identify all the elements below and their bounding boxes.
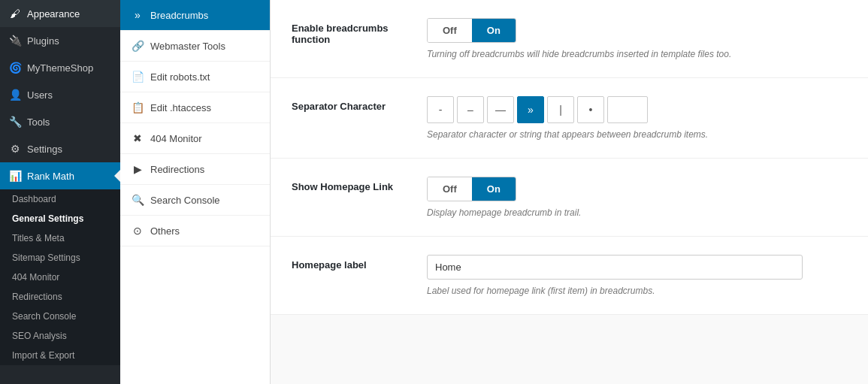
show-homepage-link-label: Show Homepage Link (292, 177, 412, 192)
active-arrow (114, 170, 120, 182)
breadcrumbs-function-on[interactable]: On (472, 19, 516, 42)
show-homepage-link-on[interactable]: On (472, 177, 516, 201)
sep-custom[interactable] (607, 96, 648, 123)
show-homepage-link-off[interactable]: Off (428, 177, 472, 201)
breadcrumbs-function-off[interactable]: Off (428, 19, 472, 42)
middle-panel-404-monitor[interactable]: ✖ 404 Monitor (120, 123, 270, 154)
submenu-import-export[interactable]: Import & Export (0, 346, 120, 365)
middle-panel-label: Others (150, 225, 180, 237)
separator-character-row: Separator Character - – — » | • Separato… (271, 78, 868, 159)
sep-pipe[interactable]: | (547, 96, 574, 123)
show-homepage-link-help: Display homepage breadcrumb in trail. (427, 207, 847, 218)
breadcrumbs-function-row: Enable breadcrumbs function Off On Turni… (271, 0, 868, 78)
edit-htaccess-icon: 📋 (131, 101, 144, 113)
sidebar-item-mythemeshop[interactable]: 🌀 MyThemeShop (0, 54, 120, 81)
submenu-search-console[interactable]: Search Console (0, 307, 120, 326)
middle-panel: » Breadcrumbs 🔗 Webmaster Tools 📄 Edit r… (120, 0, 271, 384)
show-homepage-link-row: Show Homepage Link Off On Display homepa… (271, 159, 868, 237)
middle-panel-label: Edit .htaccess (150, 102, 211, 113)
breadcrumbs-function-toggle: Off On (427, 18, 516, 43)
middle-panel-breadcrumbs[interactable]: » Breadcrumbs (120, 0, 270, 31)
middle-panel-webmaster-tools[interactable]: 🔗 Webmaster Tools (120, 31, 270, 62)
submenu-titles-meta[interactable]: Titles & Meta (0, 228, 120, 248)
sidebar-item-label: Plugins (27, 35, 59, 47)
middle-panel-label: Redirections (150, 164, 204, 175)
rankmath-icon: 📊 (9, 170, 21, 182)
sidebar-item-label: Appearance (27, 8, 80, 20)
middle-panel-label: Edit robots.txt (150, 71, 210, 83)
settings-section-breadcrumbs: Enable breadcrumbs function Off On Turni… (271, 0, 868, 315)
separator-character-label: Separator Character (292, 96, 412, 112)
breadcrumbs-function-help: Turning off breadcrumbs will hide breadc… (427, 49, 847, 59)
middle-panel-label: Search Console (150, 195, 220, 206)
show-homepage-link-control: Off On Display homepage breadcrumb in tr… (427, 177, 847, 218)
sidebar-item-label: Settings (27, 144, 62, 155)
middle-panel-others[interactable]: ⊙ Others (120, 216, 270, 246)
separator-group: - – — » | • (427, 96, 847, 123)
middle-panel-edit-htaccess[interactable]: 📋 Edit .htaccess (120, 92, 270, 123)
sidebar: 🖌 Appearance 🔌 Plugins 🌀 MyThemeShop 👤 U… (0, 0, 120, 384)
plugins-icon: 🔌 (9, 35, 21, 47)
separator-character-control: - – — » | • Separator character or strin… (427, 96, 847, 140)
users-icon: 👤 (9, 89, 21, 101)
separator-character-help: Separator character or string that appea… (427, 129, 847, 140)
middle-panel-edit-robots[interactable]: 📄 Edit robots.txt (120, 62, 270, 92)
redirections-icon: ▶ (131, 163, 144, 175)
webmaster-tools-icon: 🔗 (131, 40, 144, 52)
sidebar-item-users[interactable]: 👤 Users (0, 81, 120, 108)
search-console-icon: 🔍 (131, 194, 144, 206)
middle-panel-redirections[interactable]: ▶ Redirections (120, 154, 270, 185)
homepage-label-control: Label used for homepage link (first item… (427, 255, 847, 296)
sidebar-item-label: MyThemeShop (27, 62, 93, 74)
settings-icon: ⚙ (9, 143, 21, 155)
submenu-404-monitor[interactable]: 404 Monitor (0, 268, 120, 287)
sep-hyphen[interactable]: - (427, 96, 454, 123)
sidebar-item-appearance[interactable]: 🖌 Appearance (0, 0, 120, 27)
appearance-icon: 🖌 (9, 8, 21, 20)
sidebar-item-rankmath[interactable]: 📊 Rank Math (0, 162, 120, 189)
show-homepage-link-toggle: Off On (427, 177, 516, 201)
main-content: Enable breadcrumbs function Off On Turni… (271, 0, 868, 384)
breadcrumbs-function-control: Off On Turning off breadcrumbs will hide… (427, 18, 847, 59)
sidebar-item-label: Tools (27, 116, 50, 128)
middle-panel-label: Breadcrumbs (150, 10, 208, 21)
edit-robots-icon: 📄 (131, 71, 144, 83)
sep-en-dash[interactable]: – (457, 96, 484, 123)
submenu-general-settings[interactable]: General Settings (0, 209, 120, 228)
breadcrumbs-icon: » (131, 9, 144, 21)
middle-panel-search-console[interactable]: 🔍 Search Console (120, 185, 270, 216)
mythemeshop-icon: 🌀 (9, 62, 21, 74)
sidebar-item-settings[interactable]: ⚙ Settings (0, 135, 120, 162)
404-monitor-icon: ✖ (131, 132, 144, 144)
middle-panel-label: Webmaster Tools (150, 41, 225, 52)
rankmath-submenu: Dashboard General Settings Titles & Meta… (0, 189, 120, 365)
breadcrumbs-function-label: Enable breadcrumbs function (292, 18, 412, 45)
others-icon: ⊙ (131, 225, 144, 237)
submenu-sitemap-settings[interactable]: Sitemap Settings (0, 248, 120, 268)
sidebar-item-label: Users (27, 89, 53, 101)
homepage-label-help: Label used for homepage link (first item… (427, 286, 847, 296)
submenu-dashboard[interactable]: Dashboard (0, 189, 120, 209)
homepage-label-label: Homepage label (292, 255, 412, 271)
homepage-label-row: Homepage label Label used for homepage l… (271, 237, 868, 315)
sidebar-item-tools[interactable]: 🔧 Tools (0, 108, 120, 135)
sep-bullet[interactable]: • (577, 96, 604, 123)
sep-em-dash[interactable]: — (487, 96, 514, 123)
sep-double-arrow[interactable]: » (517, 96, 544, 123)
submenu-redirections[interactable]: Redirections (0, 287, 120, 307)
submenu-seo-analysis[interactable]: SEO Analysis (0, 326, 120, 346)
middle-panel-label: 404 Monitor (150, 133, 202, 144)
sidebar-item-plugins[interactable]: 🔌 Plugins (0, 27, 120, 54)
tools-icon: 🔧 (9, 116, 21, 128)
homepage-label-input[interactable] (427, 255, 803, 280)
sidebar-item-label: Rank Math (27, 171, 74, 182)
